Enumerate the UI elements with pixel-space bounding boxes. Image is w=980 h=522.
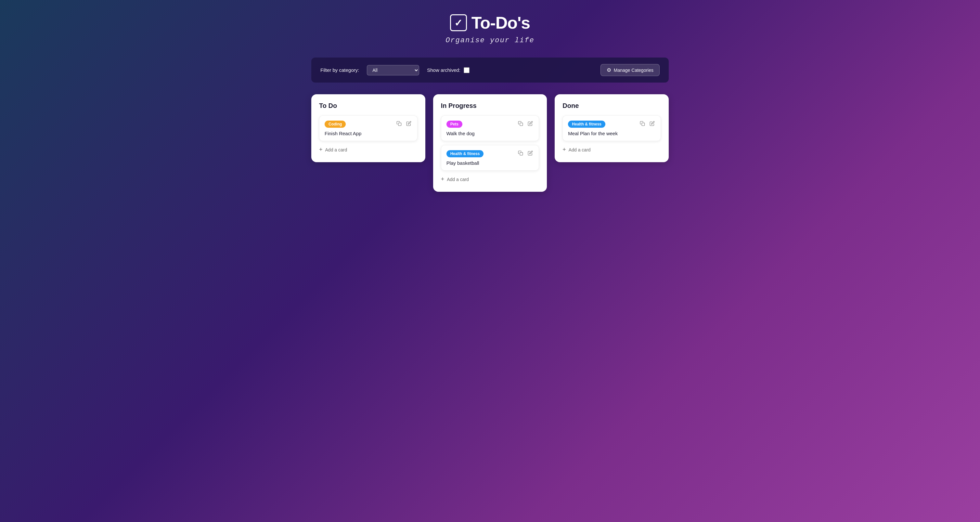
column-done: DoneHealth & fitnessMeal Plan for the we… [555,94,669,162]
filter-bar: Filter by category: All Coding Pets Heal… [311,57,669,83]
checkbox-icon [450,14,467,31]
edit-button-card-3[interactable] [527,150,533,158]
add-card-label: Add a card [447,177,469,182]
card-text-card-2: Walk the dog [447,130,534,136]
copy-button-card-1[interactable] [396,120,402,128]
add-card-button-in-progress[interactable]: + Add a card [441,175,469,184]
gear-icon: ⚙ [607,67,611,73]
add-card-label: Add a card [325,147,347,153]
filter-label: Filter by category: [320,67,359,73]
card-tag-card-4: Health & fitness [568,121,605,128]
category-filter-select[interactable]: All Coding Pets Health & fitness [367,65,419,75]
copy-button-card-2[interactable] [517,120,524,128]
card-tag-card-3: Health & fitness [447,150,484,157]
copy-button-card-3[interactable] [517,150,524,158]
column-title-todo: To Do [319,102,418,110]
add-card-button-done[interactable]: + Add a card [562,145,590,154]
edit-button-card-1[interactable] [406,120,412,128]
manage-categories-label: Manage Categories [614,68,654,73]
card-header-card-1: Coding [325,120,412,128]
app-title: To-Do's [471,13,530,32]
show-archived-group: Show archived: [427,67,469,73]
column-title-in-progress: In Progress [441,102,539,110]
card-card-4: Health & fitnessMeal Plan for the week [562,115,661,141]
manage-categories-button[interactable]: ⚙ Manage Categories [600,64,660,76]
copy-button-card-4[interactable] [639,120,646,128]
card-header-card-3: Health & fitness [447,150,534,158]
add-card-button-todo[interactable]: + Add a card [319,145,347,154]
show-archived-checkbox[interactable] [464,67,469,73]
card-card-1: CodingFinish React App [319,115,418,141]
kanban-board: To DoCodingFinish React App+ Add a cardI… [311,94,669,192]
card-actions-card-3 [517,150,533,158]
card-actions-card-1 [396,120,412,128]
app-title-row: To-Do's [445,13,535,32]
card-text-card-4: Meal Plan for the week [568,130,655,136]
card-text-card-1: Finish React App [325,130,412,136]
edit-button-card-2[interactable] [527,120,533,128]
plus-icon: + [319,146,323,153]
card-header-card-4: Health & fitness [568,120,655,128]
card-actions-card-4 [639,120,655,128]
filter-left: Filter by category: All Coding Pets Heal… [320,65,469,75]
app-subtitle: Organise your life [445,37,535,45]
add-card-label: Add a card [569,147,591,153]
card-card-3: Health & fitnessPlay basketball [441,145,539,171]
column-in-progress: In ProgressPetsWalk the dogHealth & fitn… [433,94,547,192]
show-archived-label: Show archived: [427,67,460,73]
card-tag-card-1: Coding [325,121,346,128]
svg-rect-2 [520,153,523,155]
card-actions-card-2 [517,120,533,128]
card-card-2: PetsWalk the dog [441,115,539,141]
edit-button-card-4[interactable] [649,120,655,128]
plus-icon: + [441,176,444,183]
column-title-done: Done [562,102,661,110]
svg-rect-0 [398,123,401,126]
card-tag-card-2: Pets [447,121,462,128]
plus-icon: + [562,146,566,153]
column-todo: To DoCodingFinish React App+ Add a card [311,94,425,162]
card-text-card-3: Play basketball [447,160,534,166]
card-header-card-2: Pets [447,120,534,128]
app-header: To-Do's Organise your life [445,13,535,45]
svg-rect-3 [642,123,645,126]
svg-rect-1 [520,123,523,126]
